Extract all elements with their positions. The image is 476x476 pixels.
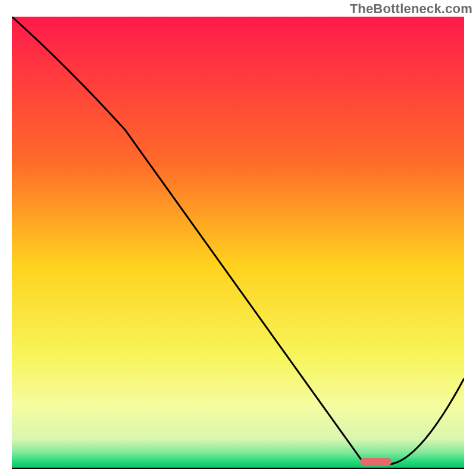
watermark-text: TheBottleneck.com (350, 1, 472, 17)
plot-area (12, 17, 464, 469)
gradient-rect (12, 17, 464, 469)
chart-root: TheBottleneck.com (0, 0, 476, 476)
chart-svg (12, 17, 464, 469)
optimal-marker (360, 458, 392, 465)
